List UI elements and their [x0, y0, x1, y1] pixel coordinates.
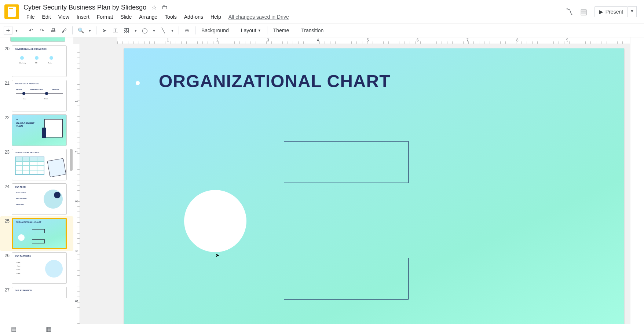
menu-addons[interactable]: Add-ons: [181, 13, 206, 21]
thumb-number: 26: [1, 252, 10, 258]
menu-insert[interactable]: Insert: [74, 13, 92, 21]
transition-button[interactable]: Transition: [298, 26, 326, 35]
thumb-preview: BREAK-EVEN ANALYSIS Big Loss Break-Even …: [12, 80, 67, 111]
slide-thumbnail-24[interactable]: 24 OUR TEAM James Clifford Anna Patterso…: [0, 182, 73, 216]
app-header: Cyber Security Business Plan by Slidesgo…: [0, 0, 644, 23]
print-button[interactable]: 🖶: [48, 25, 58, 36]
slide-canvas-area[interactable]: 1 2 3 4 5 6 7 8 9 1 2 3 4 5 ORGANIZATION…: [73, 37, 630, 324]
title-bullet-icon: [136, 81, 140, 85]
menu-view[interactable]: View: [55, 13, 72, 21]
header-right: 〽 ▤ ▶ Present ▼: [566, 6, 637, 17]
right-side-panel: [630, 37, 644, 324]
slide-title[interactable]: ORGANIZATIONAL CHART: [159, 71, 391, 91]
filmstrip-scrollbar[interactable]: [69, 39, 73, 322]
image-tool[interactable]: 🖼: [121, 25, 132, 36]
thumb-preview: ORGANIZATIONAL CHART: [12, 218, 67, 249]
comments-icon[interactable]: ▤: [580, 7, 587, 16]
background-button[interactable]: Background: [198, 26, 232, 35]
new-slide-dropdown[interactable]: ▼: [13, 29, 20, 33]
activity-icon[interactable]: 〽: [566, 8, 573, 16]
slide-thumbnail-25[interactable]: 25 ORGANIZATIONAL CHART: [0, 216, 73, 251]
org-chart-box-top[interactable]: [284, 141, 409, 183]
org-chart-circle[interactable]: [184, 190, 246, 252]
slide-thumbnail-26[interactable]: 26 OUR PARTNERS • Item • Item • Item • I…: [0, 251, 73, 285]
line-dropdown[interactable]: ▼: [169, 29, 176, 33]
layout-dropdown[interactable]: Layout▼: [238, 26, 264, 35]
thumb-title: BREAK-EVEN ANALYSIS: [15, 82, 39, 85]
menu-tools[interactable]: Tools: [162, 13, 180, 21]
thumb-number: 22: [1, 114, 10, 120]
menu-bar: File Edit View Insert Format Slide Arran…: [23, 12, 566, 21]
thumb-number: 21: [1, 80, 10, 86]
thumb-number: 25: [1, 218, 10, 224]
line-tool[interactable]: ╲: [158, 25, 168, 36]
separator: [72, 26, 73, 34]
zoom-button[interactable]: 🔍: [76, 25, 86, 36]
menu-file[interactable]: File: [23, 13, 38, 21]
slide-thumbnail-23[interactable]: 23 COMPETITION ANALYSIS: [0, 147, 73, 182]
document-title[interactable]: Cyber Security Business Plan by Slidesgo: [23, 4, 146, 11]
org-chart-box-bottom[interactable]: [284, 258, 409, 300]
present-label: Present: [605, 9, 623, 15]
slide-thumbnail-21[interactable]: 21 BREAK-EVEN ANALYSIS Big Loss Break-Ev…: [0, 78, 73, 113]
move-folder-icon[interactable]: 🗀: [162, 4, 168, 11]
thumb-title: OUR PARTNERS: [15, 255, 31, 257]
slide-thumbnail-20[interactable]: 20 ADVERTISING AND PROMOTION Advertising…: [0, 44, 73, 78]
thumb-preview: OUR TEAM James Clifford Anna Patterson S…: [12, 183, 67, 215]
main-area: 20 ADVERTISING AND PROMOTION Advertising…: [0, 37, 644, 324]
menu-slide[interactable]: Slide: [117, 13, 135, 21]
separator: [195, 26, 195, 34]
separator: [295, 26, 295, 34]
undo-button[interactable]: ↶: [26, 25, 36, 36]
textbox-tool[interactable]: 🅃: [110, 25, 121, 36]
filmstrip-view-icon[interactable]: ▤: [11, 326, 17, 333]
menu-help[interactable]: Help: [208, 13, 224, 21]
separator: [179, 26, 179, 34]
menu-edit[interactable]: Edit: [39, 13, 54, 21]
slides-logo[interactable]: [4, 4, 19, 19]
thumb-preview: 04 MANAGEMENT PLAN: [12, 114, 67, 146]
menu-arrange[interactable]: Arrange: [136, 13, 160, 21]
toolbar: + ▼ ↶ ↷ 🖶 🖌 🔍 ▼ ➤ 🅃 🖼 ▼ ◯ ▼ ╲ ▼ ⊕ Backgr…: [0, 23, 644, 37]
image-dropdown[interactable]: ▼: [132, 29, 139, 33]
redo-button[interactable]: ↷: [37, 25, 47, 36]
slide-thumbnail-27[interactable]: 27 OUR EXPANSION: [0, 285, 73, 299]
vertical-ruler: 1 2 3 4 5: [73, 44, 80, 324]
slide-thumbnail-22[interactable]: 22 04 MANAGEMENT PLAN: [0, 113, 73, 147]
star-icon[interactable]: ☆: [151, 4, 157, 11]
separator: [235, 26, 235, 34]
paint-format-button[interactable]: 🖌: [59, 25, 69, 36]
thumb-preview: ADVERTISING AND PROMOTION Advertising PR…: [12, 45, 67, 77]
thumb-title: COMPETITION ANALYSIS: [15, 151, 40, 154]
thumb-title: OUR TEAM: [15, 186, 26, 188]
present-play-icon: ▶: [599, 9, 603, 15]
slide-filmstrip[interactable]: 20 ADVERTISING AND PROMOTION Advertising…: [0, 37, 73, 324]
shape-tool[interactable]: ◯: [140, 25, 150, 36]
thumb-preview: OUR EXPANSION: [12, 287, 67, 298]
select-tool[interactable]: ➤: [99, 25, 110, 36]
thumb-preview: OUR PARTNERS • Item • Item • Item • Item: [12, 252, 67, 284]
comment-button[interactable]: ⊕: [182, 25, 192, 36]
grid-view-icon[interactable]: ▦: [46, 326, 51, 333]
thumb-preview: COMPETITION ANALYSIS: [12, 149, 67, 180]
slide-thumbnail-partial[interactable]: [10, 37, 65, 42]
title-area: Cyber Security Business Plan by Slidesgo…: [23, 2, 566, 21]
menu-format[interactable]: Format: [94, 13, 116, 21]
thumb-number: 23: [1, 149, 10, 155]
save-status[interactable]: All changes saved in Drive: [228, 14, 289, 20]
separator: [23, 26, 23, 34]
thumb-title: OUR EXPANSION: [15, 289, 32, 291]
thumb-number: 27: [1, 287, 10, 293]
horizontal-ruler: 1 2 3 4 5 6 7 8 9: [117, 37, 630, 44]
mouse-cursor-icon: ➤: [215, 252, 220, 258]
thumb-number: 20: [1, 45, 10, 51]
thumb-title: ORGANIZATIONAL CHART: [16, 221, 41, 223]
shape-dropdown[interactable]: ▼: [151, 29, 157, 33]
slide-canvas[interactable]: ORGANIZATIONAL CHART ➤: [124, 48, 624, 324]
present-button[interactable]: ▶ Present: [594, 6, 628, 17]
new-slide-button[interactable]: +: [4, 26, 12, 35]
theme-button[interactable]: Theme: [270, 26, 292, 35]
present-dropdown[interactable]: ▼: [628, 6, 637, 17]
zoom-dropdown[interactable]: ▼: [87, 29, 93, 33]
scroll-thumb[interactable]: [70, 149, 73, 171]
